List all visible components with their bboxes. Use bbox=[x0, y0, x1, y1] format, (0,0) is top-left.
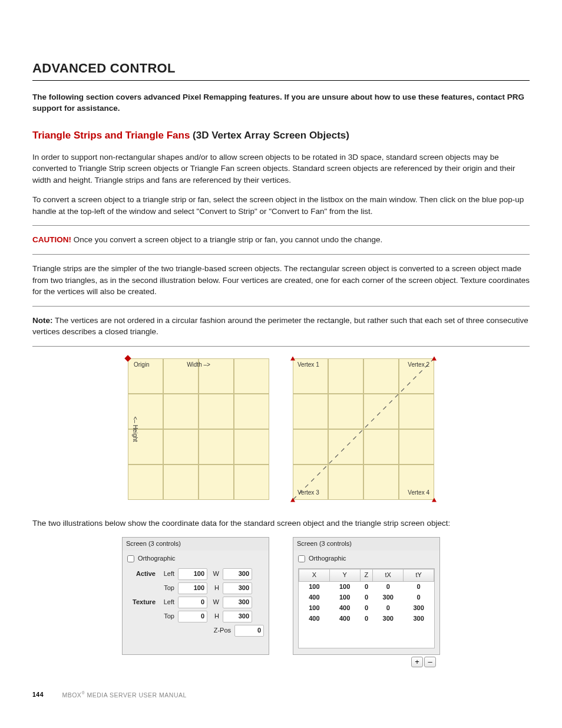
caution-label: CAUTION! bbox=[32, 235, 71, 244]
height-label: <– Height bbox=[130, 416, 139, 442]
footer-text-b: MEDIA SERVER USER MANUAL bbox=[85, 691, 187, 698]
footer-text-a: MBOX bbox=[62, 691, 81, 698]
vertex-1-label: Vertex 1 bbox=[297, 361, 319, 370]
col-z[interactable]: Z bbox=[360, 569, 373, 582]
texture-left-field[interactable]: 0 bbox=[178, 597, 207, 608]
left-label: Left bbox=[159, 569, 176, 579]
remove-row-button[interactable]: – bbox=[424, 657, 436, 667]
active-left-field[interactable]: 100 bbox=[178, 568, 207, 580]
diagram-grid bbox=[128, 358, 269, 500]
diagram-triangle-strip: Vertex 1 Vertex 2 Vertex 3 Vertex 4 bbox=[293, 358, 434, 500]
note-line: Note: The vertices are not ordered in a … bbox=[32, 315, 530, 338]
vertex-table: X Y Z tX tY 100 100 0 0 0 bbox=[299, 569, 434, 624]
orthographic-checkbox-input[interactable] bbox=[298, 555, 305, 562]
panel-title: Screen (3 controls) bbox=[293, 537, 439, 551]
panel-standard-coords: Screen (3 controls) Orthographic Active … bbox=[122, 537, 269, 655]
caution-text: Once you convert a screen object to a tr… bbox=[74, 235, 383, 244]
subheading: Triangle Strips and Triangle Fans (3D Ve… bbox=[32, 129, 530, 143]
panel-title: Screen (3 controls) bbox=[123, 537, 269, 551]
subheading-rest: (3D Vertex Array Screen Objects) bbox=[193, 130, 349, 141]
vertex-table-wrap: X Y Z tX tY 100 100 0 0 0 bbox=[298, 568, 435, 648]
diagram-grid bbox=[293, 358, 434, 500]
body-p4: The two illustrations below show the coo… bbox=[32, 518, 530, 529]
h-label: H bbox=[210, 612, 220, 621]
caution-line: CAUTION! Once you convert a screen objec… bbox=[32, 234, 530, 246]
note-text: The vertices are not ordered in a circul… bbox=[32, 316, 528, 337]
left-label: Left bbox=[159, 598, 176, 607]
table-row[interactable]: 400 100 0 300 0 bbox=[299, 592, 434, 603]
table-row[interactable]: 100 400 0 0 300 bbox=[299, 603, 434, 614]
rule bbox=[32, 254, 530, 255]
orthographic-label: Orthographic bbox=[309, 554, 346, 564]
vertex-3-marker bbox=[290, 498, 295, 502]
vertex-2-marker bbox=[432, 356, 437, 360]
intro-paragraph: The following section covers advanced Pi… bbox=[32, 91, 530, 114]
origin-label: Origin bbox=[134, 361, 150, 370]
texture-h-field[interactable]: 300 bbox=[223, 611, 252, 622]
page-footer: 144 MBOX® MEDIA SERVER USER MANUAL bbox=[32, 690, 530, 700]
top-label: Top bbox=[159, 612, 176, 621]
vertex-4-marker bbox=[432, 498, 437, 502]
page-heading: ADVANCED CONTROL bbox=[32, 59, 530, 81]
body-p1: In order to support non-rectangular shap… bbox=[32, 151, 530, 186]
orthographic-checkbox[interactable]: Orthographic bbox=[298, 554, 435, 564]
add-row-button[interactable]: + bbox=[411, 657, 423, 667]
h-label: H bbox=[210, 584, 220, 593]
vertex-1-marker bbox=[290, 356, 295, 360]
page-number: 144 bbox=[32, 691, 44, 698]
vertex-4-label: Vertex 4 bbox=[408, 489, 429, 498]
add-remove-buttons: + – bbox=[411, 657, 436, 667]
active-h-field[interactable]: 300 bbox=[223, 582, 252, 594]
vertex-3-label: Vertex 3 bbox=[297, 489, 319, 498]
w-label: W bbox=[210, 569, 220, 579]
col-y[interactable]: Y bbox=[329, 569, 360, 582]
zpos-label: Z-Pos bbox=[214, 626, 231, 635]
row-active-label: Active bbox=[127, 569, 157, 579]
texture-top-field[interactable]: 0 bbox=[178, 611, 207, 622]
table-row[interactable]: 400 400 0 300 300 bbox=[299, 614, 434, 624]
texture-w-field[interactable]: 300 bbox=[223, 597, 252, 608]
w-label: W bbox=[210, 598, 220, 607]
orthographic-checkbox-input[interactable] bbox=[127, 555, 134, 562]
active-top-field[interactable]: 100 bbox=[178, 582, 207, 594]
vertex-2-label: Vertex 2 bbox=[408, 361, 429, 370]
col-x[interactable]: X bbox=[299, 569, 330, 582]
diagram-row-1: Origin Width –> <– Height Vertex 1 Verte… bbox=[32, 358, 530, 500]
orthographic-label: Orthographic bbox=[138, 554, 176, 564]
table-row[interactable]: 100 100 0 0 0 bbox=[299, 582, 434, 592]
subheading-red: Triangle Strips and Triangle Fans bbox=[32, 130, 190, 141]
coord-grid: Active Left 100 W 300 Top 100 H 300 Text… bbox=[127, 568, 264, 622]
panel-vertex-table: Screen (3 controls) Orthographic X Y Z t… bbox=[293, 537, 440, 655]
row-texture-label: Texture bbox=[127, 598, 157, 607]
rule bbox=[32, 225, 530, 226]
zpos-field[interactable]: 0 bbox=[234, 625, 264, 637]
top-label: Top bbox=[159, 584, 176, 593]
col-ty[interactable]: tY bbox=[404, 569, 434, 582]
active-w-field[interactable]: 300 bbox=[223, 568, 252, 580]
orthographic-checkbox[interactable]: Orthographic bbox=[127, 554, 264, 564]
rule bbox=[32, 346, 530, 347]
body-p2: To convert a screen object to a triangle… bbox=[32, 194, 530, 217]
body-p3: Triangle strips are the simpler of the t… bbox=[32, 263, 530, 298]
diagram-standard-object: Origin Width –> <– Height bbox=[128, 358, 269, 500]
col-tx[interactable]: tX bbox=[373, 569, 404, 582]
note-label: Note: bbox=[32, 316, 53, 325]
rule bbox=[32, 306, 530, 307]
panel-row: Screen (3 controls) Orthographic Active … bbox=[32, 537, 530, 655]
width-label: Width –> bbox=[187, 361, 210, 370]
